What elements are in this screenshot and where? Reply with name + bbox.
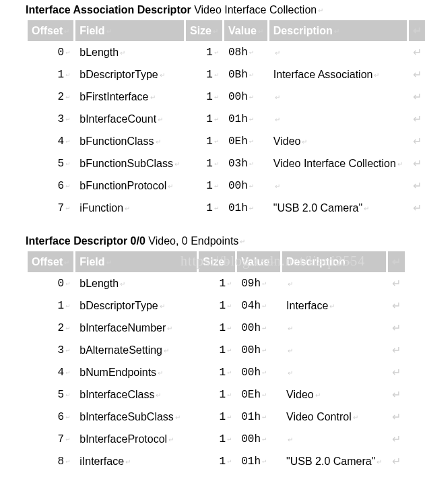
cell-size: 1↵ <box>199 317 235 339</box>
cell-offset: 1↵ <box>28 294 73 317</box>
cell-offset: 7↵ <box>28 197 73 219</box>
cell-offset: 4↵ <box>28 130 73 152</box>
cell-size: 1↵ <box>199 450 235 472</box>
cell-field: iFunction↵ <box>75 197 184 219</box>
cell-value: 0Eh↵ <box>224 130 267 152</box>
cell-field: bFunctionSubClass↵ <box>75 152 184 175</box>
cell-field: bInterfaceNumber↵ <box>75 317 197 339</box>
col-field: Field↵ <box>75 20 184 41</box>
section2-title-bold: Interface Descriptor 0/0 <box>26 235 145 247</box>
cell-desc: ↵ <box>282 317 386 339</box>
cell-end: ↵ <box>388 294 405 317</box>
cell-size: 1↵ <box>199 361 235 383</box>
cell-value: 01h↵ <box>224 197 267 219</box>
table-header-row: Offset↵ Field↵ Size↵ Value↵ Description↵… <box>28 20 425 41</box>
cell-value: 04h↵ <box>237 294 280 317</box>
cell-desc: "USB 2.0 Camera"↵ <box>269 197 407 219</box>
cell-field: bFunctionClass↵ <box>75 130 184 152</box>
pilcrow-icon: ↵ <box>317 7 323 14</box>
cell-field: bLength↵ <box>75 41 184 63</box>
section1-title: Interface Association Descriptor Video I… <box>26 4 418 16</box>
cell-offset: 0↵ <box>28 272 73 294</box>
cell-field: bDescriptorType↵ <box>75 294 197 317</box>
table-row: 7↵iFunction↵1↵01h↵"USB 2.0 Camera"↵↵ <box>28 197 425 219</box>
cell-desc: ↵ <box>282 361 386 383</box>
cell-size: 1↵ <box>199 339 235 361</box>
cell-desc: Video↵ <box>269 130 407 152</box>
table-row: 1↵bDescriptorType↵1↵0Bh↵Interface Associ… <box>28 63 425 86</box>
cell-desc: Video↵ <box>282 383 386 406</box>
cell-end: ↵ <box>409 86 425 108</box>
cell-desc: ↵ <box>269 41 407 63</box>
cell-field: bInterfaceClass↵ <box>75 383 197 406</box>
cell-end: ↵ <box>409 130 425 152</box>
cell-field: bFirstInterface↵ <box>75 86 184 108</box>
section1-title-bold: Interface Association Descriptor <box>26 4 191 15</box>
cell-desc: "USB 2.0 Camera"↵ <box>282 450 386 472</box>
table-row: 3↵bInterfaceCount↵1↵01h↵↵↵ <box>28 108 425 130</box>
table-row: 5↵bInterfaceClass↵1↵0Eh↵Video↵↵ <box>28 383 405 406</box>
table-iad: Offset↵ Field↵ Size↵ Value↵ Description↵… <box>26 20 425 219</box>
cell-desc: ↵ <box>282 428 386 450</box>
col-size: Size↵ <box>199 251 235 272</box>
page: https://blog.csdn.net/liaqi2554 Interfac… <box>0 0 425 480</box>
col-end: ↵ <box>388 251 405 272</box>
cell-value: 00h↵ <box>237 339 280 361</box>
cell-size: 1↵ <box>199 406 235 428</box>
section1-title-sub: Video Interface Collection <box>194 4 317 15</box>
cell-end: ↵ <box>388 317 405 339</box>
cell-end: ↵ <box>409 41 425 63</box>
cell-value: 0Bh↵ <box>224 63 267 86</box>
cell-size: 1↵ <box>186 197 222 219</box>
cell-end: ↵ <box>409 63 425 86</box>
cell-field: bInterfaceCount↵ <box>75 108 184 130</box>
col-desc: Description↵ <box>282 251 386 272</box>
cell-end: ↵ <box>388 406 405 428</box>
table-row: 4↵bFunctionClass↵1↵0Eh↵Video↵↵ <box>28 130 425 152</box>
col-end: ↵ <box>409 20 425 41</box>
section2-title: Interface Descriptor 0/0 Video, 0 Endpoi… <box>26 235 418 247</box>
cell-value: 00h↵ <box>224 175 267 197</box>
col-value: Value↵ <box>237 251 280 272</box>
table-row: 6↵bInterfaceSubClass↵1↵01h↵Video Control… <box>28 406 405 428</box>
cell-offset: 6↵ <box>28 175 73 197</box>
cell-offset: 2↵ <box>28 317 73 339</box>
cell-desc: ↵ <box>269 175 407 197</box>
cell-value: 00h↵ <box>237 317 280 339</box>
table-row: 8↵iInterface↵1↵01h↵"USB 2.0 Camera"↵↵ <box>28 450 405 472</box>
table-row: 0↵bLength↵1↵09h↵↵↵ <box>28 272 405 294</box>
cell-desc: Interface↵ <box>282 294 386 317</box>
cell-value: 03h↵ <box>224 152 267 175</box>
col-size: Size↵ <box>186 20 222 41</box>
cell-end: ↵ <box>409 108 425 130</box>
cell-desc: Video Interface Collection↵ <box>269 152 407 175</box>
cell-size: 1↵ <box>186 41 222 63</box>
cell-end: ↵ <box>409 175 425 197</box>
cell-value: 00h↵ <box>237 361 280 383</box>
cell-offset: 4↵ <box>28 361 73 383</box>
cell-end: ↵ <box>388 428 405 450</box>
cell-size: 1↵ <box>186 152 222 175</box>
cell-offset: 5↵ <box>28 383 73 406</box>
cell-size: 1↵ <box>186 175 222 197</box>
table-row: 2↵bInterfaceNumber↵1↵00h↵↵↵ <box>28 317 405 339</box>
table-row: 6↵bFunctionProtocol↵1↵00h↵↵↵ <box>28 175 425 197</box>
cell-size: 1↵ <box>199 383 235 406</box>
cell-field: bAlternateSetting↵ <box>75 339 197 361</box>
cell-end: ↵ <box>409 152 425 175</box>
cell-value: 0Eh↵ <box>237 383 280 406</box>
table-interface: Offset↵ Field↵ Size↵ Value↵ Description↵… <box>26 251 407 472</box>
cell-offset: 1↵ <box>28 63 73 86</box>
cell-field: bNumEndpoints↵ <box>75 361 197 383</box>
cell-desc: Interface Association↵ <box>269 63 407 86</box>
cell-desc: ↵ <box>282 272 386 294</box>
cell-end: ↵ <box>388 383 405 406</box>
cell-offset: 6↵ <box>28 406 73 428</box>
cell-end: ↵ <box>388 361 405 383</box>
cell-field: iInterface↵ <box>75 450 197 472</box>
col-offset: Offset↵ <box>28 251 73 272</box>
cell-end: ↵ <box>388 272 405 294</box>
cell-value: 01h↵ <box>224 108 267 130</box>
cell-size: 1↵ <box>199 272 235 294</box>
col-value: Value↵ <box>224 20 267 41</box>
